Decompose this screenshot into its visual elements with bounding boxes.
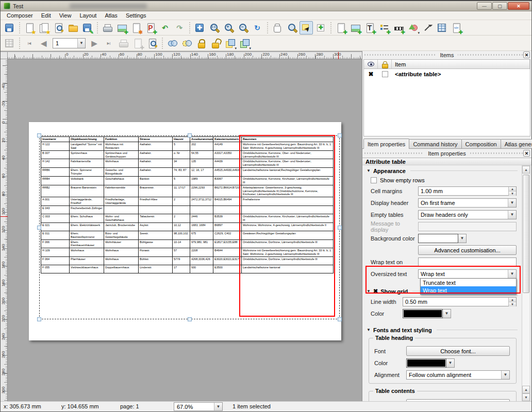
display-header-combo[interactable]: On first frame ▼	[418, 198, 517, 208]
undo-button[interactable]: ↶	[158, 21, 172, 35]
add-label-button[interactable]: T✚	[363, 21, 376, 35]
tab-command-history[interactable]: Command history	[409, 139, 461, 148]
appearance-section-header[interactable]: ▼ Appearance	[367, 167, 518, 175]
ungroup-items-button[interactable]	[180, 37, 193, 50]
save-as-template-button[interactable]: ✎	[80, 21, 94, 35]
visible-checkbox[interactable]: ✖	[368, 71, 373, 78]
dropdown-option-truncate-text[interactable]: Truncate text	[421, 279, 516, 286]
next-feature-button[interactable]: ▶	[88, 37, 101, 50]
export-pdf-button[interactable]: P✚	[144, 21, 157, 35]
zoom-level-combo[interactable]: 67.0% ▼	[174, 402, 223, 411]
menu-settings[interactable]: Settings	[122, 12, 151, 19]
chevron-down-icon[interactable]: ▼	[446, 358, 455, 368]
print-button[interactable]	[101, 21, 114, 35]
zoom-region-button[interactable]	[285, 21, 298, 35]
show-empty-rows-checkbox[interactable]	[371, 177, 377, 183]
selection-handle[interactable]	[188, 133, 192, 138]
unlock-items-button[interactable]	[209, 37, 222, 50]
zoom-full-button[interactable]: ✚	[193, 21, 206, 35]
zoom-actual-button[interactable]: 1:1	[207, 21, 221, 35]
selection-handle[interactable]	[338, 133, 342, 138]
menu-edit[interactable]: Edit	[37, 12, 55, 19]
align-items-button[interactable]: ▾	[238, 37, 251, 50]
first-feature-button[interactable]: |◀	[23, 37, 36, 50]
close-button[interactable]: ✕	[508, 2, 529, 10]
selection-handle[interactable]	[338, 226, 342, 230]
zoom-in-button[interactable]: +	[222, 21, 235, 35]
scroll-up-icon[interactable]: ▲	[522, 386, 530, 393]
grid-color-picker[interactable]: ▼	[403, 309, 451, 318]
group-items-button[interactable]	[165, 37, 179, 50]
spin-down-icon[interactable]: ▼	[509, 302, 516, 306]
wrap-text-on-input[interactable]	[418, 258, 517, 267]
item-properties-close-icon[interactable]: ✕	[523, 150, 530, 157]
add-image-button[interactable]: ✚	[348, 21, 362, 35]
heading-choose-font-button[interactable]: Choose font...	[406, 346, 510, 356]
spin-buttons[interactable]: ▲▼	[508, 298, 516, 306]
maximize-button[interactable]: ▢	[492, 2, 507, 10]
advanced-customisation-button[interactable]: Advanced customisation...	[418, 245, 517, 255]
minimize-button[interactable]: —	[477, 2, 492, 10]
menu-composer[interactable]: Composer	[3, 12, 37, 19]
composition-canvas[interactable]: InventarnrObjektbezeichnungFunktionStras…	[8, 59, 362, 403]
color-swatch[interactable]	[418, 234, 458, 243]
spin-down-icon[interactable]: ▼	[509, 192, 516, 196]
chevron-down-icon[interactable]: ▼	[501, 371, 509, 379]
export-image-button[interactable]: ✚	[115, 21, 128, 35]
locked-checkbox[interactable]	[382, 71, 388, 77]
selection-handle[interactable]	[37, 226, 41, 230]
add-shape-button[interactable]: ▾	[406, 21, 420, 35]
selection-handle[interactable]	[37, 133, 41, 138]
move-content-button[interactable]: ✚	[314, 21, 327, 35]
scrollbar-thumb[interactable]	[523, 175, 529, 293]
color-swatch[interactable]	[406, 358, 446, 368]
atlas-page-combo[interactable]: 1▼	[53, 38, 86, 48]
new-composer-button[interactable]: ★	[23, 21, 36, 35]
composer-manager-button[interactable]	[52, 21, 65, 35]
chevron-down-icon[interactable]: ▼	[458, 234, 467, 243]
zoom-out-button[interactable]: −	[236, 21, 250, 35]
chevron-down-icon[interactable]: ▼	[508, 199, 516, 207]
refresh-button[interactable]: ↻	[251, 21, 264, 35]
show-grid-checkbox[interactable]: ✖	[373, 288, 378, 295]
menu-atlas[interactable]: Atlas	[101, 12, 121, 19]
properties-scrollbar[interactable]: ▲ ▲ ▼	[522, 165, 530, 402]
previous-feature-button[interactable]: ◀	[37, 37, 51, 50]
add-legend-button[interactable]: ✚	[377, 21, 391, 35]
tab-item-properties[interactable]: Item properties	[363, 139, 409, 149]
spin-up-icon[interactable]: ▲	[509, 187, 516, 192]
attribute-table-item[interactable]: InventarnrObjektbezeichnungFunktionStras…	[41, 136, 334, 320]
export-svg-button[interactable]: ✱	[129, 21, 143, 35]
chevron-down-icon[interactable]: ▼	[508, 270, 516, 278]
preview-atlas-button[interactable]	[145, 37, 159, 50]
load-from-template-button[interactable]	[66, 21, 79, 35]
items-panel-close-icon[interactable]: ✕	[523, 52, 530, 58]
oversized-text-combo[interactable]: Wrap text ▼	[418, 269, 517, 279]
alignment-combo[interactable]: Follow column alignment ▼	[406, 370, 510, 380]
empty-tables-combo[interactable]: Draw headers only ▼	[418, 210, 517, 219]
save-project-button[interactable]	[3, 21, 16, 35]
select-move-item-button[interactable]: ➤	[300, 21, 313, 35]
background-color-picker[interactable]: ▼	[418, 234, 467, 243]
color-swatch[interactable]	[403, 309, 443, 318]
add-attribute-table-button[interactable]	[435, 21, 448, 35]
scroll-down-icon[interactable]: ▼	[522, 393, 530, 401]
duplicate-composer-button[interactable]: ★	[37, 21, 51, 35]
add-arrow-button[interactable]	[421, 21, 434, 35]
selection-handle[interactable]	[188, 317, 192, 321]
lock-items-button[interactable]	[194, 37, 208, 50]
add-scalebar-button[interactable]: ✚	[392, 21, 405, 35]
dropdown-option-wrap-text[interactable]: Wrap text	[421, 286, 516, 294]
items-tree-row[interactable]: ✖ <attribute table>	[364, 69, 530, 79]
tab-composition[interactable]: Composition	[461, 139, 501, 148]
spin-buttons[interactable]: ▲▼	[508, 187, 516, 195]
chevron-down-icon[interactable]: ▼	[77, 39, 85, 48]
spin-up-icon[interactable]: ▲	[509, 298, 516, 302]
add-map-button[interactable]: ✚	[334, 21, 347, 35]
tab-atlas-generation[interactable]: Atlas generation	[501, 139, 532, 148]
last-feature-button[interactable]: ▶|	[102, 37, 115, 50]
scroll-up-icon[interactable]: ▲	[522, 166, 530, 174]
line-width-spinbox[interactable]: 0.50 mm ▲▼	[403, 297, 517, 306]
chevron-down-icon[interactable]: ▼	[214, 403, 222, 410]
menu-view[interactable]: View	[55, 12, 76, 19]
